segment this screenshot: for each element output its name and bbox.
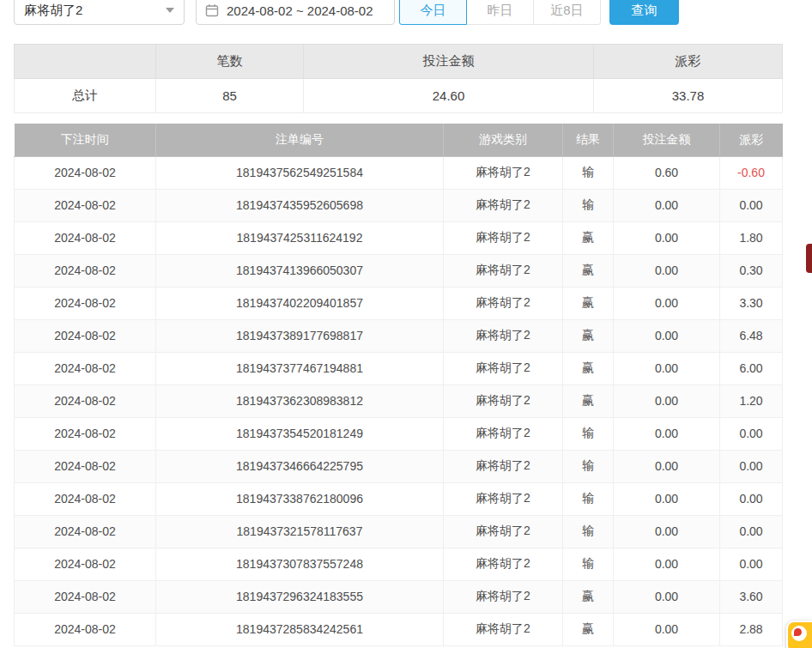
cell-bet-amount: 0.00 (614, 548, 720, 580)
cell-order-id: 1819437307837557248 (156, 548, 444, 580)
game-select-value: 麻将胡了2 (24, 3, 82, 19)
cell-order-id: 1819437321578117637 (156, 515, 444, 548)
cell-payout: 0.00 (720, 548, 783, 580)
cell-result: 输 (563, 482, 614, 515)
records-header-row: 下注时间 注单编号 游戏类别 结果 投注金额 派彩 (15, 124, 783, 156)
cell-game-type: 麻将胡了2 (444, 287, 563, 319)
cell-game-type: 麻将胡了2 (444, 515, 563, 548)
table-row: 2024-08-02 1819437285834242561 麻将胡了2 赢 0… (15, 613, 783, 645)
header-order-id: 注单编号 (156, 124, 444, 156)
cell-order-id: 1819437425311624192 (156, 221, 444, 254)
cell-order-id: 1819437435952605698 (156, 189, 444, 221)
cell-payout: 0.00 (720, 450, 783, 482)
cell-bet-time: 2024-08-02 (15, 515, 156, 548)
cell-bet-time: 2024-08-02 (15, 254, 156, 287)
cell-bet-amount: 0.00 (614, 417, 720, 450)
game-select[interactable]: 麻将胡了2 (14, 0, 185, 25)
cell-bet-time: 2024-08-02 (15, 156, 156, 189)
cell-bet-time: 2024-08-02 (15, 417, 156, 450)
cell-bet-time: 2024-08-02 (15, 352, 156, 385)
cell-bet-time: 2024-08-02 (15, 287, 156, 319)
header-bet-time: 下注时间 (15, 124, 156, 156)
cell-result: 输 (563, 417, 614, 450)
summary-header-payout: 派彩 (594, 45, 783, 79)
cell-bet-time: 2024-08-02 (15, 613, 156, 645)
cell-payout: -0.60 (720, 156, 783, 189)
cell-order-id: 1819437389177698817 (156, 319, 444, 352)
cell-payout: 1.20 (720, 385, 783, 417)
cell-game-type: 麻将胡了2 (444, 156, 563, 189)
date-range-value: 2024-08-02 ~ 2024-08-02 (227, 3, 373, 18)
cell-order-id: 1819437413966050307 (156, 254, 444, 287)
summary-total-count: 85 (156, 79, 304, 113)
summary-total-bet-amount: 24.60 (304, 79, 594, 113)
summary-table: 笔数 投注金额 派彩 总计 85 24.60 33.78 (14, 44, 783, 113)
cell-order-id: 1819437338762180096 (156, 482, 444, 515)
quick-filter-last8days[interactable]: 近8日 (533, 0, 601, 25)
cell-payout: 0.30 (720, 254, 783, 287)
cell-order-id: 1819437285834242561 (156, 613, 444, 645)
cell-result: 赢 (563, 352, 614, 385)
cell-game-type: 麻将胡了2 (444, 385, 563, 417)
table-row: 2024-08-02 1819437362308983812 麻将胡了2 赢 0… (15, 385, 783, 417)
cell-bet-amount: 0.00 (614, 221, 720, 254)
cell-order-id: 1819437377467194881 (156, 352, 444, 385)
cell-bet-amount: 0.00 (614, 450, 720, 482)
table-row: 2024-08-02 1819437413966050307 麻将胡了2 赢 0… (15, 254, 783, 287)
cell-result: 赢 (563, 319, 614, 352)
table-row: 2024-08-02 1819437435952605698 麻将胡了2 输 0… (15, 189, 783, 221)
summary-header-bet-amount: 投注金额 (304, 45, 594, 79)
cell-payout: 0.00 (720, 482, 783, 515)
table-row: 2024-08-02 1819437321578117637 麻将胡了2 输 0… (15, 515, 783, 548)
cell-bet-amount: 0.00 (614, 287, 720, 319)
customer-service-widget[interactable] (786, 621, 812, 648)
cell-bet-amount: 0.60 (614, 156, 720, 189)
date-range-input[interactable]: 2024-08-02 ~ 2024-08-02 (196, 0, 395, 25)
cell-bet-amount: 0.00 (614, 385, 720, 417)
cell-game-type: 麻将胡了2 (444, 254, 563, 287)
cell-result: 赢 (563, 580, 614, 613)
summary-total-row: 总计 85 24.60 33.78 (15, 79, 783, 113)
cell-result: 输 (563, 156, 614, 189)
cell-order-id: 1819437562549251584 (156, 156, 444, 189)
cell-order-id: 1819437354520181249 (156, 417, 444, 450)
quick-filter-yesterday[interactable]: 昨日 (466, 0, 534, 25)
cell-payout: 3.60 (720, 580, 783, 613)
cell-payout: 0.00 (720, 189, 783, 221)
cell-bet-amount: 0.00 (614, 352, 720, 385)
header-bet-amount: 投注金额 (614, 124, 720, 156)
cell-bet-amount: 0.00 (614, 613, 720, 645)
cell-bet-time: 2024-08-02 (15, 385, 156, 417)
summary-header-count: 笔数 (156, 45, 304, 79)
side-panel-tab[interactable] (806, 244, 812, 273)
cell-order-id: 1819437362308983812 (156, 385, 444, 417)
cell-bet-amount: 0.00 (614, 482, 720, 515)
cell-bet-amount: 0.00 (614, 515, 720, 548)
cell-game-type: 麻将胡了2 (444, 548, 563, 580)
records-table-body: 2024-08-02 1819437562549251584 麻将胡了2 输 0… (15, 156, 783, 645)
cell-payout: 3.30 (720, 287, 783, 319)
quick-filter-group: 今日 昨日 近8日 (399, 0, 601, 25)
cell-payout: 0.00 (720, 515, 783, 548)
cell-game-type: 麻将胡了2 (444, 450, 563, 482)
cell-bet-time: 2024-08-02 (15, 221, 156, 254)
cell-order-id: 1819437296324183555 (156, 580, 444, 613)
cell-payout: 6.00 (720, 352, 783, 385)
header-game-type: 游戏类别 (444, 124, 563, 156)
cell-bet-time: 2024-08-02 (15, 482, 156, 515)
cell-result: 输 (563, 548, 614, 580)
cell-result: 输 (563, 515, 614, 548)
cell-result: 输 (563, 189, 614, 221)
cell-payout: 6.48 (720, 319, 783, 352)
table-row: 2024-08-02 1819437402209401857 麻将胡了2 赢 0… (15, 287, 783, 319)
cell-bet-amount: 0.00 (614, 189, 720, 221)
cell-game-type: 麻将胡了2 (444, 613, 563, 645)
quick-filter-today[interactable]: 今日 (399, 0, 467, 25)
cell-game-type: 麻将胡了2 (444, 189, 563, 221)
cell-payout: 0.00 (720, 417, 783, 450)
summary-header-row: 笔数 投注金额 派彩 (15, 45, 783, 79)
search-button[interactable]: 查询 (609, 0, 679, 25)
cell-payout: 2.88 (720, 613, 783, 645)
cell-bet-time: 2024-08-02 (15, 319, 156, 352)
table-row: 2024-08-02 1819437425311624192 麻将胡了2 赢 0… (15, 221, 783, 254)
